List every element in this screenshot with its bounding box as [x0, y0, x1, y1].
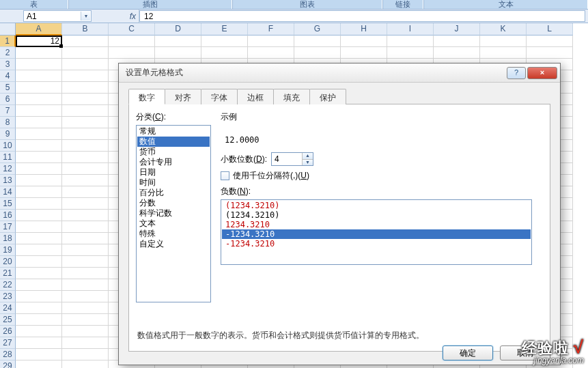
column-header[interactable]: J [434, 23, 480, 36]
column-header[interactable]: D [155, 23, 201, 36]
cell[interactable]: 12 [16, 36, 62, 47]
cell[interactable] [62, 221, 109, 233]
cell[interactable] [62, 36, 109, 47]
cell[interactable] [16, 233, 62, 244]
cell[interactable] [387, 47, 434, 59]
row-header[interactable]: 8 [0, 117, 16, 128]
category-item[interactable]: 分数 [137, 198, 210, 208]
cell[interactable] [248, 36, 294, 47]
cell[interactable] [62, 59, 109, 70]
cell[interactable] [62, 105, 109, 117]
cell[interactable] [16, 82, 62, 94]
cell[interactable] [16, 210, 62, 221]
cell[interactable] [16, 152, 62, 163]
cell[interactable] [16, 360, 62, 368]
row-header[interactable]: 15 [0, 198, 16, 210]
cell[interactable] [62, 186, 109, 198]
cell[interactable] [16, 291, 62, 302]
column-header[interactable]: I [387, 23, 434, 36]
cell[interactable] [16, 221, 62, 233]
row-header[interactable]: 4 [0, 70, 16, 82]
dialog-tab[interactable]: 对齐 [165, 89, 201, 104]
cell[interactable] [62, 152, 109, 163]
cell[interactable] [16, 70, 62, 82]
row-header[interactable]: 17 [0, 221, 16, 233]
category-item[interactable]: 时间 [137, 178, 210, 188]
cell[interactable] [155, 47, 201, 59]
cell[interactable] [62, 326, 109, 337]
cell[interactable] [62, 128, 109, 140]
fx-label[interactable]: fx [92, 10, 139, 23]
row-header[interactable]: 25 [0, 314, 16, 326]
cell[interactable] [16, 117, 62, 128]
cell[interactable] [62, 279, 109, 291]
row-header[interactable]: 7 [0, 105, 16, 117]
cell[interactable] [62, 244, 109, 256]
cell[interactable] [434, 36, 480, 47]
negative-format-item[interactable]: -1234.3210 [222, 239, 531, 249]
column-header[interactable]: E [201, 23, 248, 36]
category-item[interactable]: 百分比 [137, 188, 210, 198]
dialog-help-button[interactable]: ? [507, 67, 526, 79]
cell[interactable] [201, 36, 248, 47]
cell[interactable] [62, 302, 109, 314]
row-header[interactable]: 14 [0, 186, 16, 198]
cell[interactable] [62, 70, 109, 82]
negative-format-item[interactable]: (1234.3210) [222, 201, 531, 210]
cell[interactable] [109, 36, 155, 47]
cell[interactable] [341, 36, 387, 47]
cell[interactable] [62, 233, 109, 244]
spinner-down-icon[interactable]: ▼ [303, 160, 313, 166]
category-item[interactable]: 科学记数 [137, 208, 210, 218]
column-header[interactable]: C [109, 23, 155, 36]
cell[interactable] [16, 163, 62, 175]
dialog-tab[interactable]: 保护 [309, 89, 346, 104]
dialog-titlebar[interactable]: 设置单元格格式 ? × [119, 63, 560, 83]
row-header[interactable]: 13 [0, 175, 16, 186]
cell[interactable] [201, 47, 248, 59]
dialog-tab[interactable]: 边框 [237, 89, 274, 104]
category-item[interactable]: 数值 [137, 137, 210, 147]
cell[interactable] [16, 256, 62, 268]
cell[interactable] [16, 140, 62, 152]
cell[interactable] [62, 117, 109, 128]
cell[interactable] [387, 36, 434, 47]
row-header[interactable]: 10 [0, 140, 16, 152]
cancel-button[interactable]: 取消 [500, 345, 550, 360]
column-header[interactable]: A [16, 23, 62, 36]
spinner-up-icon[interactable]: ▲ [303, 153, 313, 160]
cell[interactable] [16, 337, 62, 349]
cell[interactable] [16, 186, 62, 198]
cell[interactable] [62, 349, 109, 360]
dialog-tab[interactable]: 数字 [128, 89, 165, 104]
cell[interactable] [294, 47, 341, 59]
row-header[interactable]: 9 [0, 128, 16, 140]
decimals-input[interactable] [272, 153, 302, 165]
row-header[interactable]: 6 [0, 94, 16, 105]
dialog-tab[interactable]: 填充 [273, 89, 310, 104]
row-header[interactable]: 23 [0, 291, 16, 302]
row-header[interactable]: 5 [0, 82, 16, 94]
row-header[interactable]: 27 [0, 337, 16, 349]
cell[interactable] [62, 360, 109, 368]
name-box-dropdown-icon[interactable]: ▾ [81, 12, 90, 20]
column-header[interactable]: L [527, 23, 573, 36]
cell[interactable] [294, 36, 341, 47]
cell[interactable] [62, 337, 109, 349]
cell[interactable] [16, 349, 62, 360]
cell[interactable] [62, 82, 109, 94]
cell[interactable] [16, 314, 62, 326]
category-item[interactable]: 会计专用 [137, 157, 210, 167]
cell[interactable] [16, 175, 62, 186]
row-header[interactable]: 18 [0, 233, 16, 244]
row-header[interactable]: 12 [0, 163, 16, 175]
ok-button[interactable]: 确定 [443, 345, 493, 360]
cell[interactable] [16, 47, 62, 59]
column-header[interactable]: G [294, 23, 341, 36]
negative-format-item[interactable]: -1234.3210 [222, 229, 531, 239]
row-header[interactable]: 1 [0, 36, 16, 47]
cell[interactable] [155, 36, 201, 47]
cell[interactable] [62, 94, 109, 105]
cell[interactable] [16, 279, 62, 291]
cell[interactable] [62, 314, 109, 326]
